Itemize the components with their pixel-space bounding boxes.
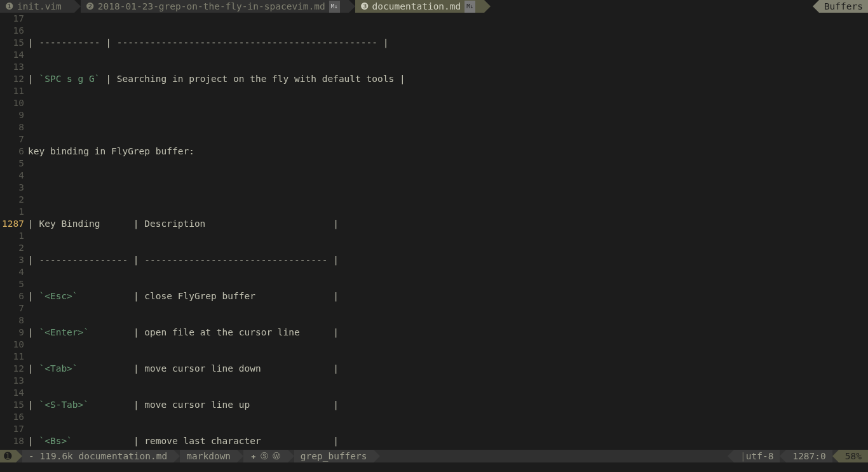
status-git-branch: grep_buffers bbox=[294, 450, 374, 462]
status-filetype: markdown bbox=[180, 450, 237, 462]
tab-grep-post[interactable]: ❷ 2018-01-23-grep-on-the-fly-in-spacevim… bbox=[81, 0, 349, 13]
status-bar: ➊ - 119.6k documentation.md markdown ✚ Ⓢ… bbox=[0, 450, 868, 462]
status-flags: ✚ Ⓢ Ⓦ bbox=[243, 450, 288, 462]
tab-bar: ❶ init.vim ❷ 2018-01-23-grep-on-the-fly-… bbox=[0, 0, 868, 13]
status-position: 1287:0 bbox=[786, 450, 832, 462]
status-window-number: ➊ bbox=[0, 450, 16, 462]
tab-documentation[interactable]: ❸ documentation.md M↓ bbox=[355, 0, 485, 13]
status-percent: 58% bbox=[839, 450, 868, 462]
current-line-number: 1287 bbox=[0, 218, 24, 230]
buffers-label[interactable]: Buffers bbox=[819, 0, 868, 13]
editor[interactable]: 17 16 15 14 13 12 11 10 9 8 7 6 5 4 3 2 … bbox=[0, 13, 868, 472]
markdown-icon: M↓ bbox=[465, 1, 475, 13]
tab-init-vim[interactable]: ❶ init.vim bbox=[0, 0, 74, 13]
status-os: | utf-8 bbox=[734, 450, 780, 462]
status-file-info: - 119.6k documentation.md bbox=[22, 450, 173, 462]
code-area[interactable]: | ----------- | ------------------------… bbox=[28, 13, 868, 472]
markdown-icon: M↓ bbox=[329, 1, 340, 13]
gutter: 17 16 15 14 13 12 11 10 9 8 7 6 5 4 3 2 … bbox=[0, 13, 28, 472]
